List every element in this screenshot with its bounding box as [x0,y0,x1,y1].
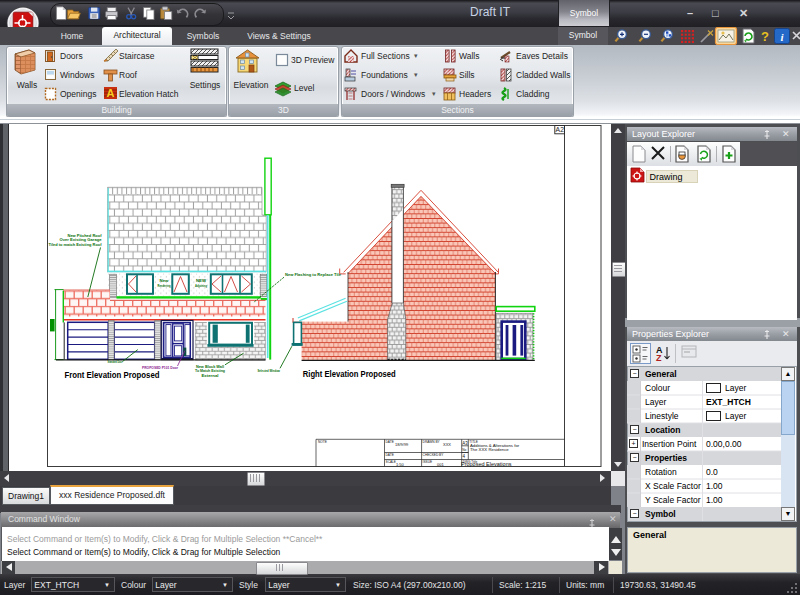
svg-text:1:50: 1:50 [396,462,405,467]
svg-text:Z: Z [656,353,662,363]
svg-text:DRAWN BY: DRAWN BY [423,440,441,444]
svg-text:Front Elevation Proposed: Front Elevation Proposed [65,369,160,380]
svg-text:External: External [202,373,219,378]
svg-text:001: 001 [437,462,444,467]
svg-text:DATE: DATE [386,440,394,444]
svg-text:New Flashing to Replace Tile: New Flashing to Replace Tile [285,272,342,277]
svg-text:Selected Window: Selected Window [258,368,281,373]
svg-text:XXX: XXX [443,442,451,447]
svg-text:A2: A2 [556,126,565,133]
svg-text:Proposed Elevations: Proposed Elevations [461,461,512,467]
svg-text:ISSUE: ISSUE [423,460,433,464]
svg-text:18/9/99: 18/9/99 [395,442,409,447]
svg-text:Right Elevation Proposed: Right Elevation Proposed [303,369,396,379]
svg-text:The XXX Residence: The XXX Residence [470,447,509,452]
svg-text:A: A [107,87,115,99]
svg-text:CHECKED BY: CHECKED BY [423,453,445,457]
svg-text:Tiled to match Existing Roof: Tiled to match Existing Roof [49,242,103,247]
svg-text:Adjoining: Adjoining [195,283,207,288]
svg-text:SCALE: SCALE [386,460,396,464]
svg-text:?: ? [761,29,769,44]
svg-text:NOTE: NOTE [318,440,327,444]
svg-text:A3: A3 [462,441,468,446]
svg-text:DATE: DATE [386,453,394,457]
svg-text:No: No [462,448,466,452]
svg-text:Rendering: Rendering [158,283,171,288]
svg-text:Standard Door: Standard Door [108,359,123,364]
